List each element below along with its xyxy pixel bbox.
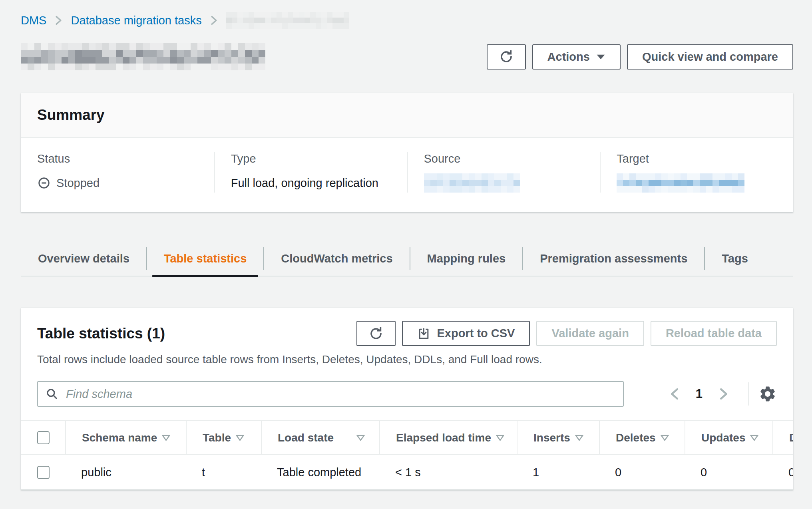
- schema-search: [37, 381, 624, 407]
- sort-icon: [575, 435, 583, 441]
- summary-body: Status Stopped Type Full load, ongoing r…: [21, 138, 793, 212]
- table-statistics-description: Total rows include loaded source table r…: [21, 346, 793, 366]
- chevron-left-icon: [670, 388, 679, 400]
- cell-deletes: 0: [599, 466, 685, 479]
- sort-icon: [496, 435, 504, 441]
- cell-inserts: 1: [517, 466, 599, 479]
- redacted-source-link[interactable]: [424, 173, 520, 193]
- export-csv-label: Export to CSV: [437, 327, 515, 340]
- column-label: Deletes: [616, 431, 656, 444]
- status-value: Stopped: [37, 173, 198, 193]
- chevron-right-icon: [211, 16, 217, 25]
- validate-again-button[interactable]: Validate again: [536, 321, 644, 346]
- status-text: Stopped: [56, 177, 100, 190]
- table-settings-button[interactable]: [758, 385, 777, 403]
- source-value: [424, 173, 584, 193]
- summary-card: Summary Status Stopped Type Full load, o…: [21, 93, 793, 212]
- export-csv-button[interactable]: Export to CSV: [402, 321, 530, 346]
- next-page-button[interactable]: [709, 388, 738, 400]
- summary-field-status: Status Stopped: [21, 152, 214, 193]
- refresh-icon: [499, 50, 513, 64]
- type-label: Type: [231, 152, 391, 165]
- column-header-inserts[interactable]: Inserts: [517, 421, 599, 454]
- sort-icon: [236, 435, 244, 441]
- column-label: Schema name: [82, 431, 157, 444]
- download-icon: [417, 327, 430, 340]
- summary-field-source: Source: [407, 152, 600, 193]
- refresh-icon: [369, 326, 383, 341]
- refresh-button[interactable]: [487, 44, 526, 70]
- column-header-elapsed-load-time[interactable]: Elapsed load time: [379, 421, 517, 454]
- table-row: public t Table completed < 1 s 1 0 0 0: [21, 455, 793, 489]
- previous-page-button[interactable]: [660, 388, 689, 400]
- chevron-right-icon: [55, 16, 62, 25]
- pagination: 1: [660, 382, 777, 406]
- table-refresh-button[interactable]: [356, 321, 396, 346]
- table-header-row: Schema name Table Load state Elapsed loa…: [21, 420, 793, 455]
- gear-icon: [758, 385, 777, 403]
- select-all-checkbox-cell: [21, 421, 65, 454]
- column-header-schema-name[interactable]: Schema name: [65, 421, 186, 454]
- summary-field-type: Type Full load, ongoing replication: [214, 152, 407, 193]
- tab-mapping-rules[interactable]: Mapping rules: [410, 242, 523, 276]
- source-label: Source: [424, 152, 584, 165]
- select-all-checkbox[interactable]: [37, 431, 50, 444]
- redacted-page-title: [21, 43, 265, 70]
- table-statistics-card: Table statistics (1) Export to CSV Valid…: [21, 308, 793, 490]
- cell-elapsed-load-time: < 1 s: [379, 466, 517, 479]
- column-header-table[interactable]: Table: [186, 421, 261, 454]
- search-row: 1: [21, 366, 793, 420]
- row-checkbox[interactable]: [37, 466, 50, 479]
- column-header-deletes[interactable]: Deletes: [599, 421, 685, 454]
- breadcrumb: DMS Database migration tasks: [21, 12, 793, 29]
- table-statistics-header: Table statistics (1) Export to CSV Valid…: [21, 308, 793, 346]
- cell-load-state: Table completed: [261, 466, 379, 479]
- column-header-updates[interactable]: Updates: [685, 421, 772, 454]
- column-label: Inserts: [533, 431, 570, 444]
- column-header-ddls-truncated[interactable]: D: [772, 421, 793, 454]
- quick-view-compare-label: Quick view and compare: [642, 50, 778, 64]
- tab-tags[interactable]: Tags: [705, 242, 765, 276]
- actions-button[interactable]: Actions: [532, 44, 621, 70]
- status-label: Status: [37, 152, 198, 165]
- quick-view-compare-button[interactable]: Quick view and compare: [627, 44, 793, 70]
- column-label: D: [789, 431, 793, 444]
- redacted-target-link[interactable]: [617, 173, 744, 193]
- row-checkbox-cell: [21, 466, 65, 479]
- validate-again-label: Validate again: [551, 327, 629, 340]
- header-actions: Actions Quick view and compare: [487, 44, 793, 70]
- sort-icon: [750, 435, 758, 441]
- chevron-right-icon: [719, 388, 728, 400]
- summary-field-target: Target: [600, 152, 793, 193]
- column-label: Updates: [701, 431, 745, 444]
- sort-icon: [162, 435, 170, 441]
- column-header-load-state[interactable]: Load state: [261, 421, 379, 454]
- tab-cloudwatch-metrics[interactable]: CloudWatch metrics: [264, 242, 410, 276]
- page-header: Actions Quick view and compare: [21, 43, 793, 70]
- column-label: Load state: [278, 431, 334, 444]
- target-value: [617, 173, 777, 193]
- table-statistics-title: Table statistics (1): [37, 325, 165, 342]
- target-label: Target: [617, 152, 777, 165]
- find-schema-input[interactable]: [37, 381, 624, 407]
- reload-table-data-label: Reload table data: [666, 327, 762, 340]
- dms-task-page: DMS Database migration tasks Actions: [0, 0, 812, 490]
- reload-table-data-button[interactable]: Reload table data: [651, 321, 777, 346]
- tab-premigration-assessments[interactable]: Premigration assessments: [523, 242, 705, 276]
- search-icon: [45, 387, 59, 401]
- tab-overview-details[interactable]: Overview details: [21, 242, 147, 276]
- redacted-breadcrumb-task-name: [226, 12, 349, 29]
- breadcrumb-link-dms[interactable]: DMS: [21, 14, 46, 27]
- breadcrumb-link-tasks[interactable]: Database migration tasks: [71, 14, 201, 27]
- sort-icon: [661, 435, 669, 441]
- pagination-divider: [748, 382, 749, 406]
- tab-table-statistics[interactable]: Table statistics: [147, 242, 264, 276]
- summary-title: Summary: [21, 93, 793, 138]
- caret-down-icon: [596, 54, 605, 60]
- stopped-icon: [37, 176, 51, 190]
- actions-button-label: Actions: [547, 50, 590, 64]
- cell-schema-name: public: [65, 466, 186, 479]
- sort-icon: [356, 435, 365, 441]
- table-toolbar: Export to CSV Validate again Reload tabl…: [356, 321, 777, 346]
- type-value: Full load, ongoing replication: [231, 173, 391, 193]
